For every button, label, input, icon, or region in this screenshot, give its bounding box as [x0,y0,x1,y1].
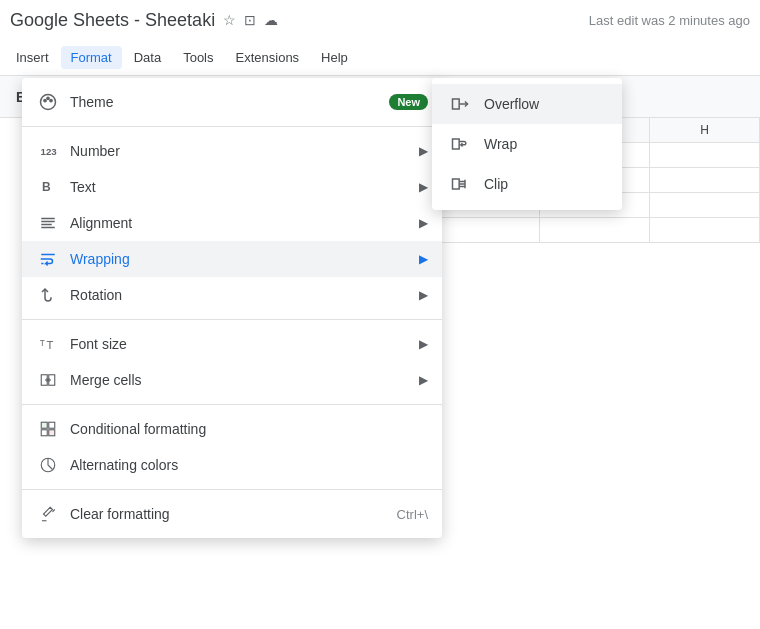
merge-arrow: ▶ [419,373,428,387]
clip-label: Clip [484,176,508,192]
fontsize-arrow: ▶ [419,337,428,351]
wrap-clip-option[interactable]: Clip [432,164,622,204]
clear-label: Clear formatting [70,506,397,522]
alignment-arrow: ▶ [419,216,428,230]
number-icon: 123 [36,139,60,163]
divider-1 [22,126,442,127]
svg-point-4 [50,99,52,101]
app-title: Google Sheets - Sheetaki [10,10,215,31]
clear-icon [36,502,60,526]
alternating-icon [36,453,60,477]
wrapping-label: Wrapping [70,251,419,267]
menu-item-extensions[interactable]: Extensions [226,46,310,69]
format-number-option[interactable]: 123 Number ▶ [22,133,442,169]
rotation-label: Rotation [70,287,419,303]
rotation-arrow: ▶ [419,288,428,302]
new-badge: New [389,94,428,110]
format-clear-option[interactable]: Clear formatting Ctrl+\ [22,496,442,532]
grid-cell[interactable] [650,193,760,217]
overflow-label: Overflow [484,96,539,112]
palette-icon [36,90,60,114]
theme-label: Theme [70,94,389,110]
wrapping-arrow: ▶ [419,252,428,266]
grid-cell[interactable] [650,218,760,242]
col-header-h: H [650,118,760,142]
alignment-label: Alignment [70,215,419,231]
svg-text:T: T [40,339,45,348]
menu-item-help[interactable]: Help [311,46,358,69]
number-label: Number [70,143,419,159]
overflow-icon [448,92,472,116]
format-text-option[interactable]: B Text ▶ [22,169,442,205]
svg-text:T: T [47,339,54,351]
title-icons: ☆ ⊡ ☁ [223,12,278,28]
svg-rect-28 [453,179,460,189]
format-alignment-option[interactable]: Alignment ▶ [22,205,442,241]
wrapping-submenu: Overflow Wrap Clip [432,78,622,210]
fontsize-icon: T T [36,332,60,356]
format-alternating-option[interactable]: Alternating colors [22,447,442,483]
conditional-icon [36,417,60,441]
format-rotation-option[interactable]: Rotation ▶ [22,277,442,313]
text-format-icon: B [36,175,60,199]
grid-row [430,218,760,243]
fontsize-label: Font size [70,336,419,352]
number-arrow: ▶ [419,144,428,158]
star-icon[interactable]: ☆ [223,12,236,28]
grid-cell[interactable] [540,218,650,242]
title-bar: Google Sheets - Sheetaki ☆ ⊡ ☁ Last edit… [0,0,760,40]
conditional-label: Conditional formatting [70,421,428,437]
clip-icon [448,172,472,196]
wrap-wrap-option[interactable]: Wrap [432,124,622,164]
svg-rect-27 [453,139,460,149]
svg-rect-20 [41,430,47,436]
grid-cell[interactable] [430,218,540,242]
rotation-icon [36,283,60,307]
alignment-icon [36,211,60,235]
svg-text:B: B [42,180,51,194]
divider-2 [22,319,442,320]
divider-3 [22,404,442,405]
divider-4 [22,489,442,490]
format-wrapping-option[interactable]: Wrapping ▶ [22,241,442,277]
svg-point-3 [47,97,49,99]
menu-item-tools[interactable]: Tools [173,46,223,69]
last-edit: Last edit was 2 minutes ago [589,13,750,28]
svg-point-2 [44,99,46,101]
menu-item-format[interactable]: Format [61,46,122,69]
format-fontsize-option[interactable]: T T Font size ▶ [22,326,442,362]
text-arrow: ▶ [419,180,428,194]
merge-label: Merge cells [70,372,419,388]
clear-shortcut: Ctrl+\ [397,507,428,522]
svg-rect-21 [49,430,55,436]
cloud-icon[interactable]: ☁ [264,12,278,28]
folder-icon[interactable]: ⊡ [244,12,256,28]
wrap-overflow-option[interactable]: Overflow [432,84,622,124]
format-conditional-option[interactable]: Conditional formatting [22,411,442,447]
menu-item-insert[interactable]: Insert [6,46,59,69]
merge-icon [36,368,60,392]
format-merge-option[interactable]: Merge cells ▶ [22,362,442,398]
menu-item-data[interactable]: Data [124,46,171,69]
wrapping-icon [36,247,60,271]
menu-bar: Insert Format Data Tools Extensions Help [0,40,760,76]
grid-area [430,143,760,629]
svg-rect-25 [453,99,460,109]
svg-text:123: 123 [41,146,58,157]
format-theme-option[interactable]: Theme New [22,84,442,120]
grid-cell[interactable] [650,168,760,192]
svg-rect-18 [41,422,47,428]
grid-cell[interactable] [650,143,760,167]
text-label: Text [70,179,419,195]
wrap-icon [448,132,472,156]
wrap-label: Wrap [484,136,517,152]
format-dropdown: Theme New 123 Number ▶ B Text ▶ [22,78,442,538]
svg-rect-19 [49,422,55,428]
alternating-label: Alternating colors [70,457,428,473]
